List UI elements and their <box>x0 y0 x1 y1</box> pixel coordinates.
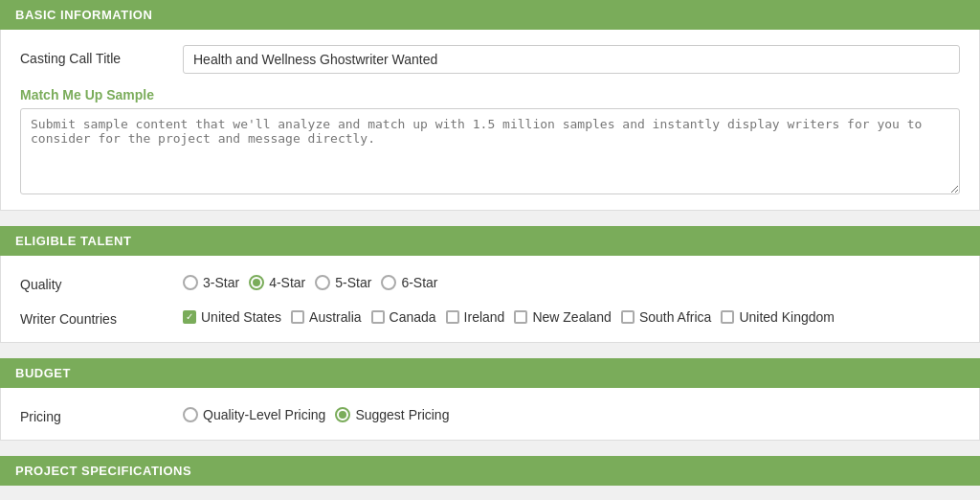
country-ireland-item[interactable]: Ireland <box>446 309 505 325</box>
pricing-options-wrap: Quality-Level Pricing Suggest Pricing <box>183 403 960 422</box>
writer-countries-checkbox-group: United States Australia Canada Ireland <box>183 306 960 325</box>
quality-6star-label: 6-Star <box>401 275 437 290</box>
casting-call-title-wrap <box>183 45 960 74</box>
quality-6star-item[interactable]: 6-Star <box>381 275 437 290</box>
pricing-quality-level-label: Quality-Level Pricing <box>203 407 325 422</box>
quality-6star-radio[interactable] <box>381 275 396 290</box>
basic-information-section: BASIC INFORMATION Casting Call Title Mat… <box>0 0 980 211</box>
budget-body: Pricing Quality-Level Pricing Suggest Pr… <box>0 388 980 441</box>
country-united-kingdom-label: United Kingdom <box>739 309 835 325</box>
basic-information-header: BASIC INFORMATION <box>0 0 980 30</box>
quality-4star-label: 4-Star <box>269 275 305 290</box>
country-united-states-item[interactable]: United States <box>183 309 281 325</box>
pricing-quality-level-item[interactable]: Quality-Level Pricing <box>183 407 325 422</box>
pricing-quality-level-radio[interactable] <box>183 407 198 422</box>
country-south-africa-checkbox[interactable] <box>621 310 635 324</box>
casting-call-title-input[interactable] <box>183 45 960 74</box>
match-me-textarea[interactable] <box>20 108 960 194</box>
casting-call-title-row: Casting Call Title <box>20 45 960 74</box>
match-me-row: Match Me Up Sample <box>20 87 960 194</box>
country-australia-item[interactable]: Australia <box>291 309 361 325</box>
country-south-africa-item[interactable]: South Africa <box>621 309 712 325</box>
quality-5star-item[interactable]: 5-Star <box>315 275 371 290</box>
country-australia-checkbox[interactable] <box>291 310 304 324</box>
eligible-talent-body: Quality 3-Star 4-Star 5-Star <box>0 256 980 343</box>
country-united-states-label: United States <box>201 309 281 325</box>
casting-call-title-label: Casting Call Title <box>20 45 183 66</box>
country-australia-label: Australia <box>309 309 361 325</box>
pricing-suggest-item[interactable]: Suggest Pricing <box>335 407 449 422</box>
pricing-radio-group: Quality-Level Pricing Suggest Pricing <box>183 403 960 422</box>
quality-row: Quality 3-Star 4-Star 5-Star <box>20 271 960 292</box>
pricing-suggest-label: Suggest Pricing <box>355 407 449 422</box>
eligible-talent-section: ELIGIBLE TALENT Quality 3-Star 4-Star <box>0 226 980 343</box>
quality-5star-radio[interactable] <box>315 275 330 290</box>
country-united-kingdom-item[interactable]: United Kingdom <box>721 309 835 325</box>
country-canada-checkbox[interactable] <box>371 310 385 324</box>
match-me-label: Match Me Up Sample <box>20 87 154 102</box>
quality-4star-item[interactable]: 4-Star <box>249 275 305 290</box>
country-ireland-checkbox[interactable] <box>446 310 459 324</box>
project-specifications-section: PROJECT SPECIFICATIONS <box>0 456 980 486</box>
country-new-zealand-checkbox[interactable] <box>514 310 527 324</box>
basic-information-body: Casting Call Title Match Me Up Sample <box>0 30 980 211</box>
quality-options-wrap: 3-Star 4-Star 5-Star 6-Star <box>183 271 960 290</box>
country-new-zealand-item[interactable]: New Zealand <box>514 309 612 325</box>
quality-3star-radio[interactable] <box>183 275 198 290</box>
pricing-suggest-radio[interactable] <box>335 407 350 422</box>
country-canada-label: Canada <box>390 309 436 325</box>
quality-radio-group: 3-Star 4-Star 5-Star 6-Star <box>183 271 960 290</box>
writer-countries-row: Writer Countries United States Australia… <box>20 306 960 327</box>
budget-section: BUDGET Pricing Quality-Level Pricing Sug… <box>0 358 980 441</box>
project-specifications-header: PROJECT SPECIFICATIONS <box>0 456 980 486</box>
country-united-kingdom-checkbox[interactable] <box>721 310 734 324</box>
country-united-states-checkbox[interactable] <box>183 310 196 324</box>
quality-4star-radio[interactable] <box>249 275 264 290</box>
country-new-zealand-label: New Zealand <box>532 309 612 325</box>
country-canada-item[interactable]: Canada <box>371 309 436 325</box>
eligible-talent-header: ELIGIBLE TALENT <box>0 226 980 256</box>
pricing-label: Pricing <box>20 403 183 424</box>
quality-3star-item[interactable]: 3-Star <box>183 275 239 290</box>
writer-countries-label: Writer Countries <box>20 306 183 327</box>
budget-header: BUDGET <box>0 358 980 388</box>
quality-5star-label: 5-Star <box>335 275 371 290</box>
quality-3star-label: 3-Star <box>203 275 239 290</box>
pricing-row: Pricing Quality-Level Pricing Suggest Pr… <box>20 403 960 424</box>
country-south-africa-label: South Africa <box>639 309 712 325</box>
country-ireland-label: Ireland <box>464 309 505 325</box>
writer-countries-wrap: United States Australia Canada Ireland <box>183 306 960 325</box>
quality-label: Quality <box>20 271 183 292</box>
